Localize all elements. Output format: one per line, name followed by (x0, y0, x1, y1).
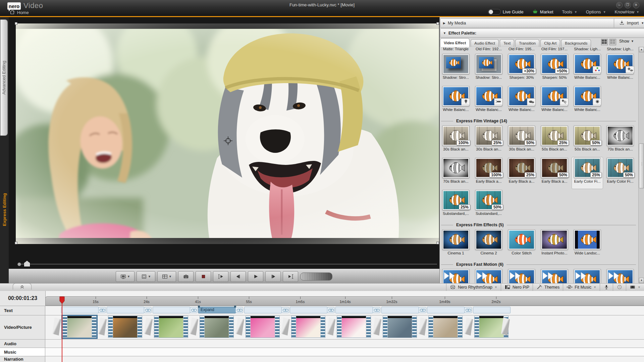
show-filter-button[interactable]: Show ▼ (619, 39, 634, 44)
link-clips-icon[interactable] (144, 307, 152, 313)
trim-in-button[interactable] (213, 271, 228, 282)
effect-item-label[interactable]: Old Film: 195... (506, 47, 537, 53)
my-media-header[interactable]: ▶ My Media (440, 18, 619, 28)
effect-item[interactable]: Shadow: Stro... (440, 53, 472, 85)
prev-frame-button[interactable] (230, 271, 246, 282)
effect-item[interactable]: 70s Black an... (440, 157, 472, 189)
text-clip-placeholder[interactable] (153, 307, 190, 313)
film-button[interactable]: ▼ (626, 283, 644, 291)
text-clip-expand[interactable]: Expand (198, 307, 236, 313)
list-view-icon[interactable] (609, 39, 616, 45)
import-button[interactable]: Import ▼ (614, 18, 644, 28)
stop-button[interactable] (196, 271, 211, 282)
text-clip-placeholder[interactable] (107, 307, 144, 313)
playhead-pin[interactable] (59, 296, 65, 304)
effect-item[interactable] (440, 268, 472, 283)
link-clips-icon[interactable] (281, 307, 289, 313)
video-clip[interactable] (108, 316, 142, 338)
text-clip-placeholder[interactable] (381, 307, 419, 313)
market-menu-item[interactable]: Market (532, 9, 553, 15)
effect-item-label[interactable]: Matte: Triangle (440, 47, 472, 53)
effect-item[interactable]: Wide Landsc... (572, 229, 603, 261)
scrollbar-thumb[interactable] (639, 143, 644, 188)
effect-item[interactable]: 50%50s Black an... (572, 125, 603, 157)
link-clips-icon[interactable] (190, 307, 198, 313)
snapshot-button[interactable] (178, 271, 194, 282)
tab-audio-effect[interactable]: Audio Effect (471, 39, 499, 47)
zoom-out-dot-icon[interactable] (17, 262, 21, 266)
effect-item-label[interactable]: Old Film: 192... (473, 47, 504, 53)
text-clip-placeholder[interactable] (335, 307, 373, 313)
effect-item[interactable]: 25%30s Black an... (473, 125, 504, 157)
palette-scrollbar[interactable]: ▲ ▼ (638, 47, 644, 283)
effect-item[interactable] (572, 268, 603, 283)
track-row-audio[interactable]: Audio (0, 339, 644, 348)
effect-item[interactable] (506, 268, 537, 283)
effect-item[interactable]: 50%Early Color Fi... (604, 157, 636, 189)
layout-button[interactable]: ▼ (157, 271, 176, 282)
tab-express-editing[interactable]: Express Editing (0, 137, 9, 282)
effect-item[interactable]: 50%Early Black a... (539, 157, 570, 189)
frame-corner-handle[interactable] (436, 242, 439, 244)
track-row-narration[interactable]: Narration (0, 356, 644, 362)
link-clips-icon[interactable] (98, 307, 106, 313)
effect-item-label[interactable]: Shadow: Ligh... (604, 47, 636, 53)
tab-text[interactable]: Text (500, 39, 514, 47)
link-clips-icon[interactable] (327, 307, 335, 313)
clock-button[interactable] (613, 283, 626, 291)
text-clip-placeholder[interactable] (473, 307, 511, 313)
timeline-ruler[interactable]: 15s24s41s55s1m5s1m14s1m32s1m49s2m2s (45, 296, 644, 306)
frame-corner-handle[interactable] (15, 22, 17, 25)
effect-item[interactable]: 25%50s Black an... (539, 125, 570, 157)
frame-corner-handle[interactable] (436, 22, 439, 25)
effect-palette-header[interactable]: ▼ Effect Palette: (440, 28, 644, 38)
monitor-button[interactable]: ▼ (116, 271, 135, 282)
live-guide-toggle[interactable]: Live Guide (488, 9, 524, 15)
tab-clip-art[interactable]: Clip Art (540, 39, 560, 47)
options-menu[interactable]: Options▼ (586, 9, 606, 14)
effect-item[interactable]: Color Stitch (506, 229, 537, 261)
effect-item[interactable]: White Balanc... (572, 53, 603, 85)
effect-item[interactable] (604, 268, 636, 283)
effect-item[interactable]: 100%30s Black an... (440, 125, 472, 157)
effect-item[interactable]: Instant Photo... (539, 229, 570, 261)
effect-item[interactable]: 70s Black an... (604, 125, 636, 157)
close-button[interactable]: ✕ (633, 2, 639, 8)
minimize-button[interactable]: – (616, 2, 623, 8)
effect-item[interactable]: 100%Early Black a... (473, 157, 504, 189)
tab-backgrounds[interactable]: Backgrounds (561, 39, 591, 47)
effect-item[interactable]: White Balanc... (506, 85, 537, 117)
collapse-timeline-tab[interactable] (13, 283, 32, 290)
track-row-music[interactable]: Music (0, 348, 644, 356)
effect-item[interactable]: Cinema 2 (473, 229, 504, 261)
fit-music-button[interactable]: Fit Music▼ (563, 283, 600, 291)
effect-item[interactable] (473, 268, 504, 283)
link-clips-icon[interactable] (419, 307, 426, 313)
fullscreen-button[interactable]: ▼ (137, 271, 155, 282)
text-clip-placeholder[interactable] (244, 307, 282, 313)
mic-button[interactable] (600, 283, 613, 291)
tools-menu[interactable]: Tools▼ (562, 9, 577, 14)
effect-item[interactable]: White Balanc... (604, 53, 636, 85)
tab-transition[interactable]: Transition (515, 39, 539, 47)
video-clip[interactable] (337, 316, 371, 338)
scroll-down-icon[interactable]: ▼ (639, 278, 644, 283)
effect-item[interactable]: White Balanc... (572, 85, 603, 117)
tab-advanced-editing[interactable]: Advanced Editing (0, 19, 8, 136)
home-menu-item[interactable]: Home (9, 9, 29, 16)
playhead-line[interactable] (62, 296, 62, 362)
effect-item[interactable]: White Balanc... (473, 85, 504, 117)
video-canvas[interactable] (16, 23, 439, 244)
video-clip[interactable] (154, 316, 188, 338)
video-clip[interactable] (428, 316, 463, 338)
text-clip-placeholder[interactable] (61, 307, 99, 313)
next-frame-button[interactable] (265, 271, 281, 282)
effect-item[interactable]: 25%Early Color Fi... (572, 157, 603, 189)
play-button[interactable] (248, 271, 263, 282)
video-clip[interactable] (291, 316, 325, 338)
effect-item[interactable]: 50%30s Black an... (506, 125, 537, 157)
effect-item[interactable]: +50%Sharpen: 50% (539, 53, 570, 85)
restore-button[interactable]: ❐ (625, 2, 631, 8)
link-clips-icon[interactable] (464, 307, 472, 313)
video-clip[interactable] (246, 316, 280, 338)
